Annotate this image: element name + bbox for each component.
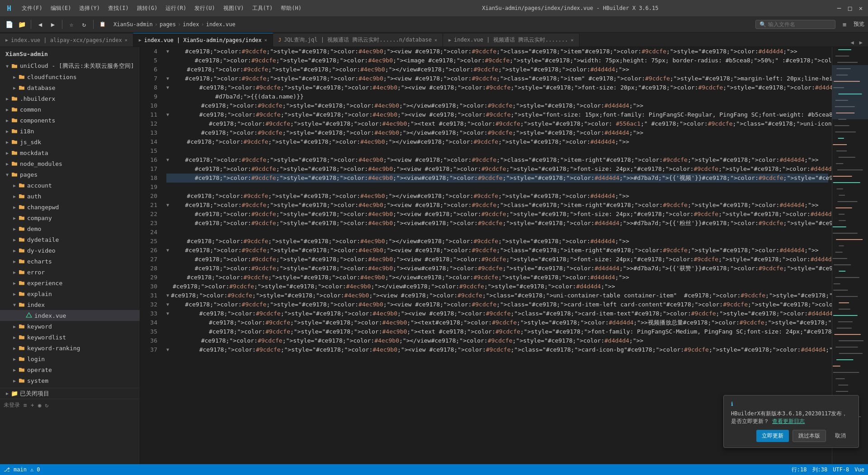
sidebar-action-4[interactable]: ↻ [45, 402, 48, 409]
menu-find[interactable]: 查找(I) [104, 4, 132, 13]
tab-4[interactable]: ▶ index.vue | 视频通话 腾讯云实时....... ✕ [443, 33, 580, 47]
tab-close-1[interactable]: ✕ [125, 38, 127, 42]
fold-btn-7[interactable]: ▼ [166, 74, 169, 83]
sidebar-item-system[interactable]: ▶system [0, 375, 140, 386]
tab-close-3[interactable]: ✕ [434, 38, 437, 42]
tab-1[interactable]: ▶ index.vue | alipay-xcx/pages/index ✕ [0, 33, 133, 47]
tab-actions: ◀ ▶ [849, 38, 868, 47]
filter-button[interactable]: ≡ [839, 19, 850, 30]
breadcrumb-file[interactable]: index.vue [206, 21, 236, 28]
fold-btn-8[interactable]: ▼ [166, 83, 169, 92]
sidebar-item-dy-video[interactable]: ▶dy-video [0, 245, 140, 256]
sidebar-item-mockdata[interactable]: ▶mockdata [0, 147, 140, 158]
sidebar-item-auth[interactable]: ▶auth [0, 191, 140, 202]
menu-view[interactable]: 视图(V) [220, 4, 248, 13]
sidebar-item-echarts[interactable]: ▶echarts [0, 256, 140, 267]
code-line-17: #ce9178;">color:#9cdcfe;">style="#ce9178… [166, 165, 828, 174]
tab-close-4[interactable]: ✕ [571, 38, 574, 42]
fold-btn-11[interactable]: ▼ [166, 110, 169, 119]
tab-2[interactable]: ▶ index.vue | XianSu-admin/pages/index ✕ [133, 33, 273, 47]
notification-buttons: 立即更新 跳过本版 取消 [731, 430, 851, 442]
line-num-34: 34 [147, 318, 157, 327]
menu-jump[interactable]: 跳转(G) [133, 4, 161, 13]
code-text-12: #ce9178;">color:#9cdcfe;">style="#ce9178… [166, 119, 832, 128]
breadcrumb-pages[interactable]: pages [160, 21, 176, 28]
tree-arrow-error: ▶ [11, 270, 18, 275]
sidebar-item-unicloud[interactable]: ▼uniCloud - [腾讯云:未关联云服务空间] [0, 61, 140, 71]
fold-btn-16[interactable]: ▼ [166, 155, 169, 165]
sidebar-item-login[interactable]: ▶login [0, 353, 140, 364]
sidebar-item-common[interactable]: ▶common [0, 104, 140, 115]
sidebar-item-changepwd[interactable]: ▶changepwd [0, 202, 140, 212]
sidebar-item-i18n[interactable]: ▶i18n [0, 126, 140, 136]
sidebar-label-components: components [20, 117, 55, 124]
sidebar-item-components[interactable]: ▶components [0, 115, 140, 126]
menu-help[interactable]: 帮助(H) [277, 4, 305, 13]
back-button[interactable]: ◀ [35, 19, 46, 30]
file-search-input[interactable] [768, 21, 831, 28]
tab-scroll-right[interactable]: ▶ [858, 38, 864, 47]
sidebar-item-index[interactable]: ▼index [0, 299, 140, 310]
sidebar-item-pages[interactable]: ▼pages [0, 169, 140, 180]
minimize-button[interactable]: ─ [835, 5, 843, 12]
sidebar-item-experience[interactable]: ▶experience [0, 277, 140, 288]
close-button[interactable]: ✕ [857, 5, 864, 12]
menu-select[interactable]: 选择(Y) [75, 4, 104, 13]
fold-btn-4[interactable]: ▼ [166, 47, 169, 56]
sidebar-item-node_modules[interactable]: ▶node_modules [0, 158, 140, 169]
menu-tools[interactable]: 工具(T) [249, 4, 277, 13]
tree-arrow-unicloud: ▼ [4, 64, 11, 69]
sidebar-item-js_sdk[interactable]: ▶js_sdk [0, 136, 140, 147]
menu-release[interactable]: 发行(U) [191, 4, 219, 13]
sidebar-item-explain[interactable]: ▶explain [0, 288, 140, 299]
fold-btn-37[interactable]: ▼ [166, 345, 169, 354]
sidebar-item-keyword-ranking[interactable]: ▶keyword-ranking [0, 343, 140, 353]
notification-link[interactable]: 查看更新日志 [772, 418, 805, 424]
line-num-32: 32 [147, 300, 157, 309]
update-button[interactable]: 立即更新 [756, 430, 789, 442]
menu-run[interactable]: 运行(R) [162, 4, 190, 13]
sidebar-item-hbuilderx[interactable]: ▶.hbuilderx [0, 93, 140, 104]
tab-bar: ▶ index.vue | alipay-xcx/pages/index ✕ ▶… [0, 33, 868, 47]
sidebar-item-index-vue[interactable]: index.vue [0, 310, 140, 321]
breadcrumb-index[interactable]: index [183, 21, 199, 28]
sidebar-action-2[interactable]: + [31, 402, 34, 409]
forward-button[interactable]: ▶ [47, 19, 58, 30]
breadcrumb-project[interactable]: XianSu-admin [113, 21, 153, 28]
menu-file[interactable]: 文件(F) [18, 4, 46, 13]
tree-arrow-experience: ▶ [11, 281, 18, 286]
bookmark-button[interactable]: ☆ [66, 19, 77, 30]
fold-btn-21[interactable]: ▼ [166, 201, 169, 210]
sidebar-item-dydetaile[interactable]: ▶dydetaile [0, 234, 140, 245]
preview-button[interactable]: 预览 [854, 19, 864, 30]
tab-3[interactable]: J JQL查询.jql | 视频通话 腾讯云实时......n/database… [273, 33, 443, 47]
fold-btn-33[interactable]: ▼ [166, 309, 169, 318]
sidebar-item-keywordlist[interactable]: ▶keywordlist [0, 332, 140, 343]
cancel-button[interactable]: 取消 [830, 430, 851, 442]
sidebar-item-keyword[interactable]: ▶keyword [0, 321, 140, 332]
sidebar-item-company[interactable]: ▶company [0, 212, 140, 223]
refresh-button[interactable]: ↻ [79, 19, 90, 30]
login-status[interactable]: 未登录 [4, 401, 20, 409]
fold-btn-31[interactable]: ▼ [166, 291, 169, 300]
sidebar-action-3[interactable]: ◉ [38, 402, 42, 409]
skip-button[interactable]: 跳过本版 [793, 430, 826, 442]
sidebar-action-1[interactable]: ≡ [24, 402, 27, 409]
sidebar-item-account[interactable]: ▶account [0, 180, 140, 191]
open-button[interactable]: 📁 [16, 19, 27, 30]
sidebar-item-error[interactable]: ▶error [0, 267, 140, 277]
fold-btn-32[interactable]: ▼ [166, 300, 169, 309]
sidebar-closed-projects[interactable]: ▶ 📁 已关闭项目 [0, 388, 140, 399]
sidebar-label-account: account [27, 182, 52, 189]
line-num-31: 31 [147, 291, 157, 300]
sidebar-item-operate[interactable]: ▶operate [0, 364, 140, 375]
tab-scroll-left[interactable]: ◀ [849, 38, 856, 47]
new-file-button[interactable]: 📄 [4, 19, 14, 30]
fold-btn-26[interactable]: ▼ [166, 246, 169, 255]
menu-edit[interactable]: 编辑(E) [47, 4, 75, 13]
tab-close-2[interactable]: ✕ [264, 38, 267, 42]
maximize-button[interactable]: □ [846, 5, 854, 12]
sidebar-item-database[interactable]: ▶database [0, 82, 140, 93]
sidebar-item-cloudfunctions[interactable]: ▶cloudfunctions [0, 71, 140, 82]
sidebar-item-demo[interactable]: ▶demo [0, 223, 140, 234]
